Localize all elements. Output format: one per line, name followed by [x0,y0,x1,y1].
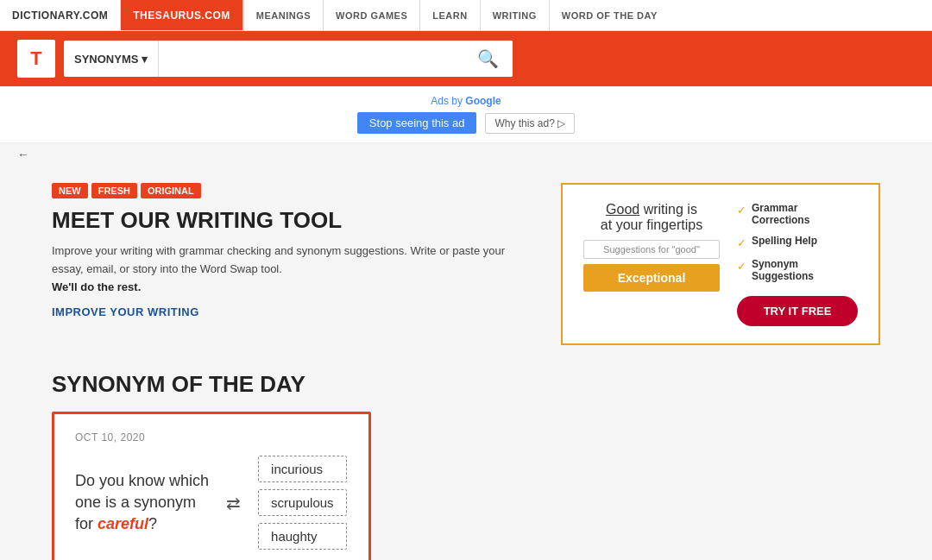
synonym-card: OCT 10, 2020 Do you know whichone is a s… [52,412,371,560]
nav-learn[interactable]: LEARN [419,0,479,30]
synonym-of-day-title: SYNONYM OF THE DAY [52,371,880,398]
writing-tool-panel: Good writing isat your fingertips Sugges… [561,183,880,345]
feature-grammar-label: Grammar Corrections [752,202,858,226]
feature-grammar: ✓ Grammar Corrections [737,202,858,226]
ad-bar: Ads by Google Stop seeing this ad Why th… [0,86,932,143]
ad-label: Ads by Google [9,95,923,107]
feature-spelling: ✓ Spelling Help [737,235,858,249]
feature-spelling-label: Spelling Help [752,235,817,247]
check-icon-synonym: ✓ [737,260,746,273]
feature-synonym-label: Synonym Suggestions [752,258,858,282]
back-arrow-row: ← [0,143,932,166]
writing-tool-section: NEW FRESH ORIGINAL MEET OUR WRITING TOOL… [52,183,880,345]
writing-tool-desc-bold: We'll do the rest. [52,280,141,293]
nav-meanings[interactable]: MEANINGS [243,0,323,30]
synonym-question-text: Do you know whichone is a synonymfor car… [75,470,209,536]
header: T SYNONYMS 🔍 [0,31,932,86]
synonym-body: Do you know whichone is a synonymfor car… [75,456,348,550]
nav-thesaurus[interactable]: THESAURUS.COM [121,0,243,30]
writing-tool-left: NEW FRESH ORIGINAL MEET OUR WRITING TOOL… [52,183,535,345]
synonym-choices: incurious scrupulous haughty [258,456,347,550]
stop-seeing-ad-button[interactable]: Stop seeing this ad [357,112,477,134]
swap-arrows-icon: ⇄ [226,493,241,513]
panel-left: Good writing isat your fingertips Sugges… [583,202,720,292]
main-content: NEW FRESH ORIGINAL MEET OUR WRITING TOOL… [0,166,932,560]
search-bar: SYNONYMS 🔍 [64,41,513,77]
improve-writing-link[interactable]: IMPROVE YOUR WRITING [52,305,199,318]
badges: NEW FRESH ORIGINAL [52,183,535,198]
synonym-of-day-section: SYNONYM OF THE DAY OCT 10, 2020 Do you k… [52,371,880,560]
badge-original: ORIGINAL [141,183,201,198]
exceptional-button[interactable]: Exceptional [583,264,720,292]
ad-controls: Stop seeing this ad Why this ad? ▷ [9,112,923,134]
choice-incurious[interactable]: incurious [258,456,347,482]
check-icon-grammar: ✓ [737,204,746,217]
badge-fresh: FRESH [91,183,137,198]
nav-dictionary[interactable]: DICTIONARY.COM [0,0,121,30]
writing-tool-desc: Improve your writing with grammar checki… [52,242,535,296]
panel-right: ✓ Grammar Corrections ✓ Spelling Help ✓ … [737,202,858,326]
search-input[interactable] [159,41,463,77]
badge-new: NEW [52,183,88,198]
writing-tool-title: MEET OUR WRITING TOOL [52,207,535,234]
nav-writing[interactable]: WRITING [480,0,549,30]
check-icon-spelling: ✓ [737,236,746,249]
choice-scrupulous[interactable]: scrupulous [258,489,347,516]
why-ad-link[interactable]: Why this ad? ▷ [485,113,575,134]
synonym-word: careful [98,515,148,532]
search-type-dropdown[interactable]: SYNONYMS [64,41,159,77]
search-button[interactable]: 🔍 [463,41,513,77]
nav-word-games[interactable]: WORD GAMES [323,0,419,30]
synonym-date: OCT 10, 2020 [75,431,348,444]
ads-by-text: Ads by [431,95,463,107]
try-it-free-button[interactable]: TRY IT FREE [737,296,858,326]
top-nav: DICTIONARY.COM THESAURUS.COM MEANINGS WO… [0,0,932,31]
search-icon: 🔍 [477,48,499,69]
feature-synonym: ✓ Synonym Suggestions [737,258,858,282]
choice-haughty[interactable]: haughty [258,523,347,550]
google-text: Google [465,95,501,107]
back-arrow-icon[interactable]: ← [17,148,29,161]
nav-word-of-day[interactable]: WORD OF THE DAY [549,0,670,30]
logo-icon: T [17,40,55,78]
panel-good-text: Good writing isat your fingertips [583,202,720,233]
suggestions-placeholder: Suggestions for "good" [583,240,720,259]
